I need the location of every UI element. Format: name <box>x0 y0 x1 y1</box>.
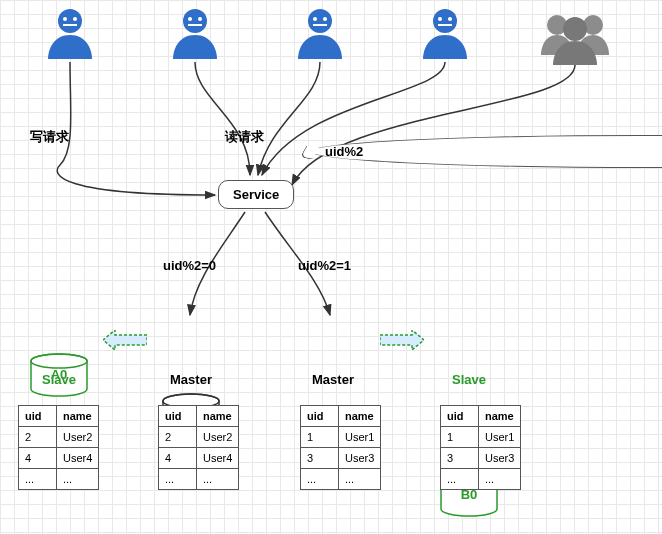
table-row: uidname <box>159 406 239 427</box>
db-a0-role: Slave <box>28 372 90 387</box>
svg-point-2 <box>73 17 77 21</box>
table-row: ...... <box>159 469 239 490</box>
table-row: uidname <box>301 406 381 427</box>
th-name: name <box>57 406 99 427</box>
svg-rect-11 <box>313 24 327 26</box>
table-row: 2User2 <box>159 427 239 448</box>
svg-point-14 <box>448 17 452 21</box>
table-row: 4User4 <box>159 448 239 469</box>
table-row: 2User2 <box>19 427 99 448</box>
svg-point-18 <box>563 17 587 41</box>
table-row: 1User1 <box>441 427 521 448</box>
svg-rect-3 <box>63 24 77 26</box>
svg-point-1 <box>63 17 67 21</box>
user-icon <box>40 5 100 65</box>
th-uid: uid <box>301 406 339 427</box>
db-b0-role: Slave <box>438 372 500 387</box>
svg-point-6 <box>198 17 202 21</box>
th-uid: uid <box>19 406 57 427</box>
svg-point-8 <box>308 9 332 33</box>
user-icon <box>165 5 225 65</box>
svg-point-10 <box>323 17 327 21</box>
th-name: name <box>197 406 239 427</box>
user-icon <box>415 5 475 65</box>
table-row: 3User3 <box>441 448 521 469</box>
svg-rect-15 <box>438 24 452 26</box>
service-node: Service <box>218 180 294 209</box>
replication-arrow-right-icon <box>380 330 420 350</box>
replication-arrow-left-icon <box>103 330 143 350</box>
svg-point-9 <box>313 17 317 21</box>
table-b0: uidname 1User1 3User3 ...... <box>440 405 521 490</box>
table-a: uidname 2User2 4User4 ...... <box>158 405 239 490</box>
table-b: uidname 1User1 3User3 ...... <box>300 405 381 490</box>
table-row: ...... <box>19 469 99 490</box>
shard-rule-bubble: uid%2 <box>310 135 662 168</box>
user-icon <box>290 5 350 65</box>
th-uid: uid <box>159 406 197 427</box>
write-request-label: 写请求 <box>30 128 69 146</box>
group-icon <box>535 5 615 70</box>
table-a0: uidname 2User2 4User4 ...... <box>18 405 99 490</box>
table-row: 3User3 <box>301 448 381 469</box>
table-row: uidname <box>19 406 99 427</box>
svg-point-4 <box>183 9 207 33</box>
th-name: name <box>339 406 381 427</box>
db-a-role: Master <box>160 372 222 387</box>
read-request-label: 读请求 <box>225 128 264 146</box>
branch-left-label: uid%2=0 <box>163 258 216 273</box>
table-row: uidname <box>441 406 521 427</box>
table-row: ...... <box>441 469 521 490</box>
svg-point-13 <box>438 17 442 21</box>
table-row: 4User4 <box>19 448 99 469</box>
svg-point-5 <box>188 17 192 21</box>
th-uid: uid <box>441 406 479 427</box>
th-name: name <box>479 406 521 427</box>
branch-right-label: uid%2=1 <box>298 258 351 273</box>
svg-point-0 <box>58 9 82 33</box>
service-label: Service <box>233 187 279 202</box>
table-row: 1User1 <box>301 427 381 448</box>
svg-rect-7 <box>188 24 202 26</box>
svg-point-12 <box>433 9 457 33</box>
db-b-role: Master <box>302 372 364 387</box>
shard-rule-text: uid%2 <box>325 144 363 159</box>
table-row: ...... <box>301 469 381 490</box>
